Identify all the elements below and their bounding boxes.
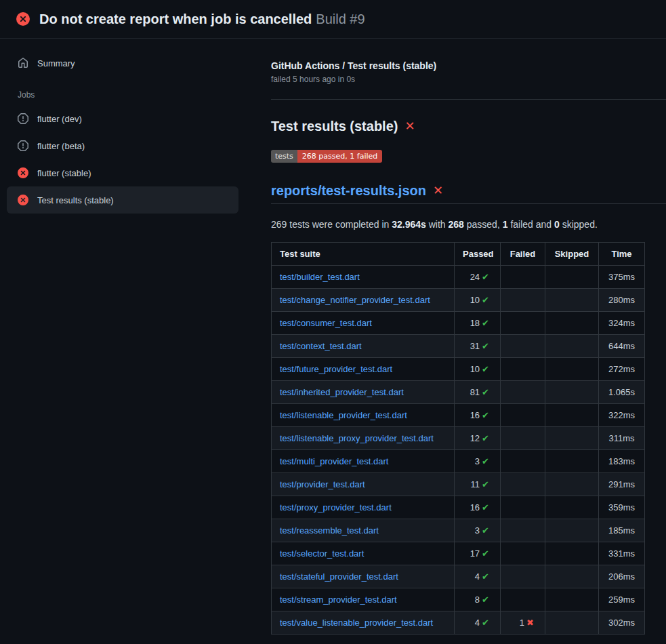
badge-wrap: tests 268 passed, 1 failed [271,150,666,163]
skipped-cell [545,450,599,473]
suite-link[interactable]: test/future_provider_test.dart [280,364,392,374]
summary-line: 269 tests were completed in 32.964s with… [271,218,666,231]
run-meta: failed 5 hours ago in 0s [271,74,666,85]
time-cell: 322ms [599,404,645,427]
suite-cell: test/reassemble_test.dart [272,519,455,542]
sidebar-item-label: flutter (dev) [37,114,82,124]
passed-count: 8 [475,595,480,605]
table-row: test/value_listenable_provider_test.dart… [272,611,645,635]
passed-cell: 3✔ [455,519,501,542]
passed-cell: 4✔ [455,565,501,588]
passed-count: 12 [470,433,480,443]
failed-cell [501,496,545,519]
column-header-failed: Failed [501,243,545,266]
suite-cell: test/value_listenable_provider_test.dart [272,611,455,635]
report-title: reports/test-results.json ✕ [271,182,666,204]
failed-cell [501,473,545,496]
skipped-cell [545,565,599,588]
suite-link[interactable]: test/reassemble_test.dart [280,525,379,536]
check-icon: ✔ [482,618,489,628]
sidebar-item-label: flutter (stable) [37,168,91,178]
check-icon: ✔ [482,387,489,397]
check-icon: ✔ [482,410,489,420]
passed-cell: 16✔ [455,404,501,427]
summary-passed-count: 268 [449,219,464,230]
column-header-test-suite: Test suite [272,243,455,266]
suite-link[interactable]: test/proxy_provider_test.dart [280,502,392,512]
passed-count: 11 [471,479,480,489]
table-row: test/multi_provider_test.dart 3✔ 183ms [272,450,645,473]
time-cell: 324ms [599,312,645,335]
sidebar-item-test-results-stable[interactable]: Test results (stable) [7,186,238,214]
suite-link[interactable]: test/stateful_provider_test.dart [280,571,398,582]
suite-link[interactable]: test/context_test.dart [280,341,362,351]
suite-link[interactable]: test/value_listenable_provider_test.dart [280,618,433,628]
skipped-cell [545,427,599,450]
suite-cell: test/listenable_provider_test.dart [272,404,455,427]
sidebar-item-flutter-beta[interactable]: flutter (beta) [7,132,238,159]
failed-cell [501,335,545,358]
summary-text: with [426,219,449,230]
suite-link[interactable]: test/multi_provider_test.dart [280,456,388,466]
check-icon: ✔ [482,295,489,305]
stop-icon [18,140,28,151]
skipped-cell [545,519,599,542]
suite-link[interactable]: test/inherited_provider_test.dart [280,387,404,397]
table-row: test/context_test.dart 31✔ 644ms [272,335,645,358]
passed-count: 4 [475,571,480,582]
failed-cell [501,266,545,289]
table-row: test/inherited_provider_test.dart 81✔ 1.… [272,381,645,404]
sidebar-item-flutter-dev[interactable]: flutter (dev) [7,105,238,132]
sidebar: Summary Jobs flutter (dev) flutter (beta… [0,39,264,214]
passed-count: 16 [470,502,480,512]
time-cell: 331ms [599,542,645,565]
skipped-cell [545,611,599,635]
suite-link[interactable]: test/builder_test.dart [280,272,360,282]
failed-cell [501,588,545,611]
time-cell: 259ms [599,588,645,611]
time-cell: 280ms [599,289,645,312]
passed-cell: 11✔ [455,473,501,496]
sidebar-item-label: Summary [37,58,75,68]
suite-link[interactable]: test/consumer_test.dart [280,318,372,328]
suite-link[interactable]: test/provider_test.dart [280,479,365,489]
section-title-text: Test results (stable) [271,117,398,135]
table-row: test/listenable_proxy_provider_test.dart… [272,427,645,450]
failed-cell [501,450,545,473]
passed-cell: 8✔ [455,588,501,611]
suite-link[interactable]: test/listenable_proxy_provider_test.dart [280,433,434,443]
failed-cell [501,519,545,542]
failed-cell [501,312,545,335]
passed-count: 4 [475,618,480,628]
suite-link[interactable]: test/stream_provider_test.dart [280,595,397,605]
table-row: test/listenable_provider_test.dart 16✔ 3… [272,404,645,427]
table-row: test/stateful_provider_test.dart 4✔ 206m… [272,565,645,588]
time-cell: 375ms [599,266,645,289]
badge-value: 268 passed, 1 failed [297,150,382,163]
column-header-skipped: Skipped [545,243,599,266]
passed-count: 3 [475,525,480,536]
suite-link[interactable]: test/listenable_provider_test.dart [280,410,407,420]
passed-cell: 16✔ [455,496,501,519]
summary-skipped-count: 0 [554,219,560,230]
passed-cell: 4✔ [455,611,501,635]
suite-cell: test/stateful_provider_test.dart [272,565,455,588]
sidebar-item-summary[interactable]: Summary [7,49,238,77]
check-icon: ✔ [482,502,489,512]
failed-cell [501,542,545,565]
skipped-cell [545,381,599,404]
suite-link[interactable]: test/change_notifier_provider_test.dart [280,295,430,305]
sidebar-item-flutter-stable[interactable]: flutter (stable) [7,159,238,186]
suite-cell: test/listenable_proxy_provider_test.dart [272,427,455,450]
suite-link[interactable]: test/selector_test.dart [280,548,364,559]
x-circle-fill-icon [18,195,28,205]
report-link[interactable]: reports/test-results.json [271,182,426,199]
time-cell: 1.065s [599,381,645,404]
skipped-cell [545,289,599,312]
sidebar-item-label: flutter (beta) [37,141,85,151]
failed-count: 1 [520,618,524,628]
results-table-body: test/builder_test.dart 24✔ 375ms test/ch… [272,266,645,635]
summary-duration: 32.964s [392,219,426,230]
failed-cell [501,404,545,427]
breadcrumb: GitHub Actions / Test results (stable) [271,59,666,73]
